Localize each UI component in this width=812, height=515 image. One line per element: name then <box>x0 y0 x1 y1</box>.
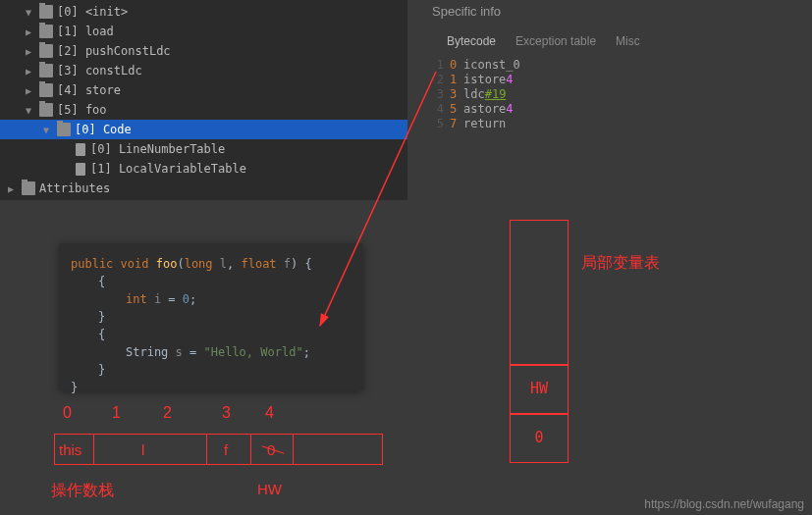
expand-arrow-icon[interactable] <box>4 181 18 195</box>
tree-row[interactable]: [0] <init> <box>0 2 407 22</box>
expand-arrow-icon[interactable] <box>22 5 35 19</box>
spacer <box>57 142 71 156</box>
tree-label: [5] foo <box>57 103 107 117</box>
stack-index-1: 1 <box>112 404 121 422</box>
tree-label: [2] pushConstLdc <box>57 44 171 58</box>
tree-row[interactable]: [1] LocalVariableTable <box>0 159 407 179</box>
tree-row[interactable]: [2] pushConstLdc <box>0 41 407 61</box>
bytecode-line: 45 astore 4 <box>430 102 804 117</box>
folder-icon <box>39 25 53 38</box>
tab-exception-table[interactable]: Exception table <box>515 34 596 48</box>
stack-hw-label: HW <box>257 481 282 497</box>
stack-divider <box>293 434 294 465</box>
localvar-box-top <box>510 220 568 365</box>
tree-label: [3] constLdc <box>57 64 142 77</box>
spacer <box>57 162 71 176</box>
stack-outline <box>54 434 383 465</box>
file-icon <box>76 163 85 176</box>
stack-label: 操作数栈 <box>51 481 114 501</box>
right-panel: Specific info BytecodeException tableMis… <box>422 0 812 135</box>
stack-index-2: 2 <box>163 404 172 422</box>
tree-label: [1] LocalVariableTable <box>90 162 246 176</box>
localvar-box-hw: HW <box>510 365 568 414</box>
tree-label: [1] load <box>57 25 114 38</box>
stack-divider <box>250 434 251 465</box>
bytecode-listing: 10 iconst_021 istore 433 ldc #19 45 asto… <box>422 54 812 135</box>
stack-cell-l: l <box>141 441 144 458</box>
tree-row[interactable]: [4] store <box>0 80 407 100</box>
folder-icon <box>39 5 53 19</box>
tree-row[interactable]: [1] load <box>0 22 407 41</box>
stack-index-0: 0 <box>63 404 72 422</box>
stack-index-4: 4 <box>265 404 274 422</box>
tree-row[interactable]: [5] foo <box>0 100 407 120</box>
tree-row[interactable]: [3] constLdc <box>0 61 407 80</box>
tree-label: [0] Code <box>75 123 132 136</box>
tree-row[interactable]: Attributes <box>0 179 407 198</box>
class-tree-panel: [0] <init>[1] load[2] pushConstLdc[3] co… <box>0 0 407 200</box>
bytecode-line: 10 iconst_0 <box>430 58 804 73</box>
bytecode-line: 57 return <box>430 117 804 131</box>
expand-arrow-icon[interactable] <box>22 103 35 117</box>
stack-index-3: 3 <box>222 404 231 422</box>
expand-arrow-icon[interactable] <box>22 25 35 38</box>
stack-cell-this: this <box>59 441 81 458</box>
watermark: https://blog.csdn.net/wufagang <box>644 497 804 511</box>
folder-icon <box>57 123 71 136</box>
localvar-box-zero: 0 <box>510 414 568 463</box>
expand-arrow-icon[interactable] <box>22 44 35 58</box>
tabs-bar: BytecodeException tableMisc <box>422 23 812 54</box>
tree-row[interactable]: [0] Code <box>0 120 407 139</box>
stack-cell-strike: 0 <box>267 441 275 458</box>
tree-label: [4] store <box>57 83 121 97</box>
stack-divider <box>206 434 207 465</box>
tab-bytecode[interactable]: Bytecode <box>447 34 496 48</box>
localvar-label: 局部变量表 <box>581 253 660 274</box>
file-icon <box>76 143 85 156</box>
folder-icon <box>39 64 53 77</box>
code-snippet: public void foo(long l, float f) { { int… <box>59 243 363 390</box>
tree-label: [0] LineNumberTable <box>90 142 225 156</box>
bytecode-line: 33 ldc #19 <box>430 87 804 102</box>
expand-arrow-icon[interactable] <box>39 123 53 136</box>
expand-arrow-icon[interactable] <box>22 83 35 97</box>
tree-label: [0] <init> <box>57 5 128 19</box>
folder-icon <box>39 103 53 117</box>
stack-cell-f: f <box>224 441 228 458</box>
expand-arrow-icon[interactable] <box>22 64 35 77</box>
folder-icon <box>22 181 35 195</box>
section-header: Specific info <box>422 0 812 23</box>
stack-divider <box>93 434 94 465</box>
folder-icon <box>39 83 53 97</box>
tree-row[interactable]: [0] LineNumberTable <box>0 139 407 159</box>
folder-icon <box>39 44 53 58</box>
tree-label: Attributes <box>39 181 110 195</box>
bytecode-line: 21 istore 4 <box>430 73 804 87</box>
tab-misc[interactable]: Misc <box>616 34 640 48</box>
